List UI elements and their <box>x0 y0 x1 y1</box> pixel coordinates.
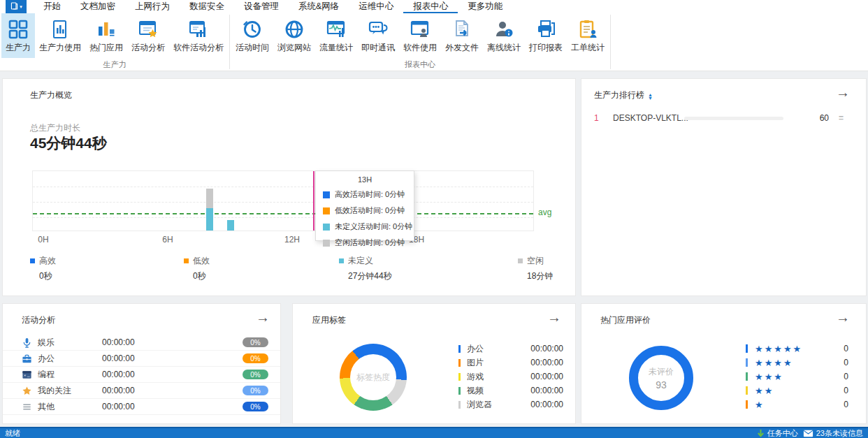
rating-legend: ★★★★★0★★★★0★★★0★★0★0 <box>746 342 848 411</box>
toolbar-button-clock[interactable]: 活动时间 <box>231 13 273 58</box>
ribbon-tab-0[interactable]: 开始 <box>34 0 71 13</box>
person-info-icon <box>493 19 514 40</box>
toolbar-button-grid[interactable]: 生产力 <box>1 13 35 58</box>
status-bar: 就绪 任务中心 23条未读信息 <box>0 427 868 438</box>
unread-messages-button[interactable]: 23条未读信息 <box>803 428 863 438</box>
toolbar-button-win-star[interactable]: 活动分析 <box>127 13 169 58</box>
rank-number: 1 <box>594 111 599 125</box>
ribbon-tab-6[interactable]: 运维中心 <box>349 0 403 13</box>
ribbon-tab-bar: ▾ 开始文档加密上网行为数据安全设备管理系统&网络运维中心报表中心更多功能 <box>0 0 868 13</box>
legend-color-swatch <box>323 191 330 198</box>
code-win-icon <box>22 370 32 380</box>
bar-segment <box>206 208 213 231</box>
tag-legend-row[interactable]: 图片00:00:00 <box>458 356 563 370</box>
activity-percent-badge: 0% <box>243 386 268 395</box>
gridline <box>33 202 533 203</box>
legend-color-swatch <box>339 258 344 263</box>
ribbon-tab-4[interactable]: 设备管理 <box>234 0 289 13</box>
tag-label: 浏览器 <box>467 399 492 411</box>
panel-productivity-ranking: 生产力排行榜▲▼ → 1 DESKTOP-VLKTL... 60 = <box>581 78 867 296</box>
activity-row[interactable]: 娱乐00:00:000% <box>3 335 280 351</box>
tag-legend-row[interactable]: 浏览器00:00:00 <box>458 397 563 411</box>
activity-percent-badge: 0% <box>243 353 268 363</box>
rating-row[interactable]: ★★★★★0 <box>746 342 848 356</box>
panel-activity-analysis: 活动分析 → 娱乐00:00:000%办公00:00:000%编程00:00:0… <box>2 303 281 424</box>
ribbon-tab-8[interactable]: 更多功能 <box>458 0 512 13</box>
tooltip-row-label: 空闲活动时间: 0分钟 <box>335 238 405 248</box>
briefcase-icon <box>22 353 32 364</box>
tag-heat-donut-chart[interactable]: 标签热度 <box>340 344 407 411</box>
toolbar-button-person-info[interactable]: 离线统计 <box>483 13 525 58</box>
open-detail-arrow[interactable]: → <box>836 310 850 324</box>
legend-value: 0秒 <box>39 270 56 282</box>
activity-row[interactable]: 办公00:00:000% <box>3 351 280 367</box>
legend-color-tick <box>458 345 461 353</box>
computer-name: DESKTOP-VLKTL... <box>613 111 688 125</box>
activity-label: 办公 <box>38 353 102 365</box>
x-tick-label: 0H <box>38 235 48 244</box>
toolbar-button-doc-arrow[interactable]: 外发文件 <box>441 13 483 58</box>
toolbar-button-label: 打印报表 <box>529 42 563 54</box>
tag-legend-row[interactable]: 视频00:00:00 <box>458 384 563 397</box>
ribbon-tab-5[interactable]: 系统&网络 <box>289 0 349 13</box>
open-detail-arrow[interactable]: → <box>256 310 270 324</box>
activity-time: 00:00:00 <box>102 370 135 379</box>
panel-title: 生产力概览 <box>30 89 72 101</box>
rating-count: 0 <box>844 400 848 409</box>
toolbar-button-doc-chart[interactable]: 生产力使用 <box>35 13 85 58</box>
ribbon-tab-1[interactable]: 文档加密 <box>71 0 125 13</box>
activity-row[interactable]: 我的关注00:00:000% <box>3 383 280 399</box>
toolbar-button-globe[interactable]: 浏览网站 <box>273 13 315 58</box>
ranking-row[interactable]: 1 DESKTOP-VLKTL... 60 = <box>581 111 866 125</box>
toolbar-button-clipboard-person[interactable]: 工单统计 <box>567 13 609 58</box>
average-line <box>33 213 533 214</box>
open-detail-arrow[interactable]: → <box>836 85 850 99</box>
tooltip-row: 未定义活动时间: 0分钟 <box>323 221 414 232</box>
ribbon-tab-2[interactable]: 上网行为 <box>125 0 180 13</box>
toolbar-button-win-bars[interactable]: 软件活动分析 <box>169 13 228 58</box>
ribbon-tab-3[interactable]: 数据安全 <box>180 0 234 13</box>
activity-time: 00:00:00 <box>102 386 135 395</box>
activity-row[interactable]: 编程00:00:000% <box>3 367 280 383</box>
activity-row[interactable]: 其他00:00:000% <box>3 399 280 415</box>
rating-count: 0 <box>844 344 848 353</box>
rating-row[interactable]: ★0 <box>746 397 848 411</box>
toolbar-button-chat[interactable]: 即时通讯 <box>357 13 399 58</box>
sort-icon[interactable]: ▲▼ <box>648 93 653 100</box>
toolbar-button-monitor-pulse[interactable]: 流量统计 <box>315 13 357 58</box>
toolbar-button-label: 离线统计 <box>487 42 521 54</box>
tag-legend-row[interactable]: 办公00:00:00 <box>458 342 563 356</box>
legend-label: 高效 <box>30 255 56 267</box>
activity-label: 其他 <box>38 401 102 413</box>
monitor-pulse-icon <box>326 19 347 40</box>
total-productivity-value: 45分钟44秒 <box>30 133 107 153</box>
rating-donut-chart[interactable]: 未评价 93 <box>629 346 693 410</box>
toolbar-button-bars-app[interactable]: 热门应用 <box>85 13 127 58</box>
toolbar-button-win-person[interactable]: 软件使用 <box>399 13 441 58</box>
productivity-bar-chart[interactable] <box>32 170 534 231</box>
status-ready-text: 就绪 <box>5 428 20 438</box>
tag-time-value: 00:00:00 <box>530 372 563 381</box>
toolbar-button-label: 热门应用 <box>89 42 123 54</box>
ribbon-tab-7[interactable]: 报表中心 <box>403 0 458 13</box>
activity-percent-badge: 0% <box>243 402 268 411</box>
activity-time: 00:00:00 <box>102 353 135 363</box>
activity-label: 我的关注 <box>38 385 102 397</box>
app-menu-button[interactable]: ▾ <box>6 0 27 13</box>
toolbar-button-printer[interactable]: 打印报表 <box>525 13 567 58</box>
legend-label: 低效 <box>184 255 210 267</box>
rating-row[interactable]: ★★0 <box>746 384 848 397</box>
rating-count: 0 <box>844 372 848 381</box>
open-detail-arrow[interactable]: → <box>547 310 561 324</box>
tag-legend-row[interactable]: 游戏00:00:00 <box>458 370 563 384</box>
tag-label: 办公 <box>467 343 484 355</box>
panel-title: 生产力排行榜▲▼ <box>594 89 653 101</box>
task-center-button[interactable]: 任务中心 <box>757 428 798 438</box>
toolbar-button-label: 生产力 <box>6 42 31 54</box>
win-star-icon <box>138 19 159 40</box>
tooltip-title: 13H <box>316 175 414 184</box>
rating-row[interactable]: ★★★0 <box>746 370 848 384</box>
panel-title: 应用标签 <box>312 314 346 326</box>
rating-row[interactable]: ★★★★0 <box>746 356 848 370</box>
ribbon-tabs: 开始文档加密上网行为数据安全设备管理系统&网络运维中心报表中心更多功能 <box>34 0 512 13</box>
